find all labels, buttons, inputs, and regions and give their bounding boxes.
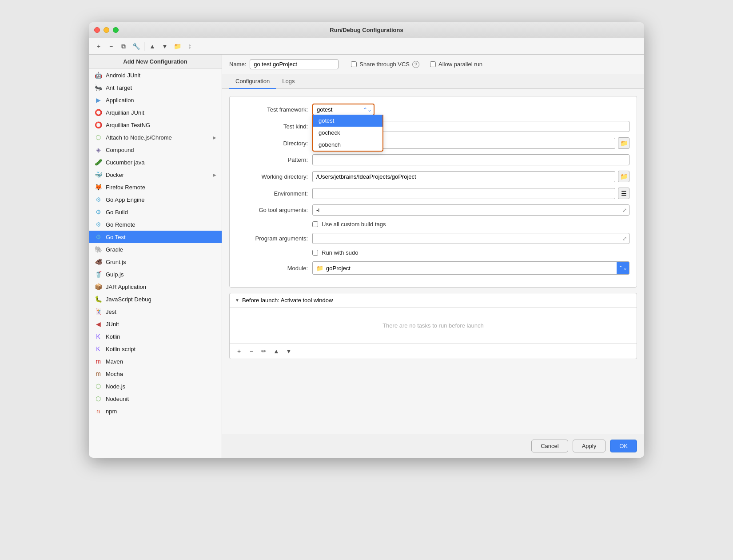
sidebar-label-go-test: Go Test — [106, 234, 216, 240]
minimize-button[interactable] — [104, 27, 109, 33]
main-content: Add New Configuration 🤖Android JUnit🐜Ant… — [89, 55, 644, 458]
sidebar-item-nodeunit[interactable]: ⬡Nodeunit — [89, 392, 222, 405]
settings-button[interactable]: 🔧 — [131, 41, 141, 52]
custom-build-tags-label: Use all custom build tags — [322, 221, 386, 228]
ok-button[interactable]: OK — [610, 440, 637, 452]
sidebar-item-jest[interactable]: 🃏Jest — [89, 305, 222, 318]
sidebar-item-compound[interactable]: ◈Compound — [89, 144, 222, 156]
sidebar-list: 🤖Android JUnit🐜Ant Target▶Application⭕Ar… — [89, 69, 222, 458]
main-config-section: Test framework: gotest gocheck gobench ⌃… — [229, 96, 637, 288]
folder-button[interactable]: 📁 — [172, 41, 183, 52]
test-framework-select[interactable]: gotest gocheck gobench — [312, 104, 374, 116]
main-window: Run/Debug Configurations + − ⧉ 🔧 ▲ ▼ 📁 ↕ — [89, 22, 644, 458]
sidebar-item-kotlin[interactable]: KKotlin — [89, 330, 222, 343]
sidebar-item-mocha[interactable]: mMocha — [89, 368, 222, 380]
sidebar-item-firefox-remote[interactable]: 🦊Firefox Remote — [89, 181, 222, 193]
down-arrow-icon: ▼ — [162, 43, 168, 50]
sidebar-item-junit[interactable]: ◀JUnit — [89, 318, 222, 330]
sidebar-label-kotlin-script: Kotlin script — [106, 346, 216, 352]
sidebar-item-attach-nodejs[interactable]: ⬡Attach to Node.js/Chrome▶ — [89, 131, 222, 144]
working-dir-browse-button[interactable]: 📁 — [618, 171, 629, 182]
tab-configuration[interactable]: Configuration — [229, 74, 276, 89]
sidebar-item-ant-target[interactable]: 🐜Ant Target — [89, 81, 222, 94]
sidebar-item-nodejs[interactable]: ⬡Node.js — [89, 380, 222, 392]
sidebar-icon-junit: ◀ — [94, 320, 102, 328]
sort-button[interactable]: ↕ — [184, 41, 195, 52]
pattern-input[interactable] — [312, 154, 629, 165]
sidebar-label-arquillian-testng: Arquillian TestNG — [106, 122, 216, 128]
tab-logs[interactable]: Logs — [276, 74, 301, 89]
sidebar-icon-gradle: 🐘 — [94, 245, 102, 253]
copy-config-button[interactable]: ⧉ — [118, 41, 129, 52]
sidebar-item-go-build[interactable]: ⚙Go Build — [89, 206, 222, 218]
sidebar-item-npm[interactable]: nnpm — [89, 405, 222, 417]
sidebar-item-gulp-js[interactable]: 🥤Gulp.js — [89, 268, 222, 280]
sidebar-item-kotlin-script[interactable]: KKotlin script — [89, 343, 222, 355]
sidebar-icon-nodejs: ⬡ — [94, 382, 102, 390]
sidebar-label-nodejs: Node.js — [106, 383, 216, 390]
working-directory-input[interactable] — [312, 171, 615, 182]
before-launch-add-button[interactable]: + — [234, 346, 244, 356]
sidebar-item-go-remote[interactable]: ⚙Go Remote — [89, 218, 222, 231]
before-launch-down-button[interactable]: ▼ — [284, 346, 294, 356]
dropdown-option-gobench[interactable]: gobench — [313, 139, 382, 151]
test-framework-popup: gotest gocheck gobench — [312, 115, 383, 152]
sidebar-item-go-app-engine[interactable]: ⚙Go App Engine — [89, 193, 222, 206]
move-up-button[interactable]: ▲ — [147, 41, 158, 52]
sidebar-item-application[interactable]: ▶Application — [89, 94, 222, 106]
remove-config-button[interactable]: − — [106, 41, 116, 52]
sidebar-label-maven: Maven — [106, 358, 216, 365]
sidebar-icon-go-build: ⚙ — [94, 208, 102, 216]
environment-control: ☰ — [312, 188, 629, 199]
sidebar-item-docker[interactable]: 🐳Docker▶ — [89, 168, 222, 181]
working-directory-control: 📁 — [312, 171, 629, 182]
sidebar-item-arquillian-testng[interactable]: ⭕Arquillian TestNG — [89, 119, 222, 131]
move-down-button[interactable]: ▼ — [159, 41, 170, 52]
sidebar-label-docker: Docker — [106, 172, 209, 178]
sidebar-item-grunt-js[interactable]: 🐗Grunt.js — [89, 256, 222, 268]
go-tool-args-input[interactable] — [312, 204, 629, 216]
sidebar-item-go-test[interactable]: ⚙Go Test — [89, 231, 222, 243]
sidebar-item-android-junit[interactable]: 🤖Android JUnit — [89, 69, 222, 81]
module-dropdown-arrow-icon[interactable]: ⌃⌄ — [617, 262, 629, 274]
sidebar-item-gradle[interactable]: 🐘Gradle — [89, 243, 222, 256]
expand-icon[interactable]: ⤢ — [622, 207, 627, 213]
share-vcs-checkbox[interactable] — [351, 61, 357, 67]
program-args-input[interactable] — [312, 233, 629, 244]
allow-parallel-checkbox[interactable] — [430, 61, 436, 67]
before-launch-remove-button[interactable]: − — [247, 346, 256, 356]
maximize-button[interactable] — [113, 27, 119, 33]
add-config-button[interactable]: + — [93, 41, 104, 52]
sidebar-label-npm: npm — [106, 408, 216, 415]
sort-icon: ↕ — [188, 42, 191, 50]
name-input[interactable] — [250, 59, 339, 69]
module-dropdown[interactable]: 📁 goProject ⌃⌄ — [312, 261, 629, 275]
apply-button[interactable]: Apply — [573, 440, 606, 452]
sidebar-label-kotlin: Kotlin — [106, 333, 216, 340]
sidebar-label-android-junit: Android JUnit — [106, 72, 216, 79]
sidebar-item-maven[interactable]: mMaven — [89, 355, 222, 368]
close-button[interactable] — [94, 27, 100, 33]
before-launch-edit-button[interactable]: ✏ — [259, 346, 269, 356]
sidebar-item-cucumber-java[interactable]: 🥒Cucumber java — [89, 156, 222, 168]
dropdown-option-gocheck[interactable]: gocheck — [313, 127, 382, 139]
sidebar-item-javascript-debug[interactable]: 🐛JavaScript Debug — [89, 293, 222, 305]
environment-input[interactable] — [312, 188, 615, 199]
help-icon[interactable]: ? — [412, 61, 419, 68]
before-launch-up-button[interactable]: ▲ — [271, 346, 281, 356]
dropdown-option-gotest[interactable]: gotest — [313, 115, 382, 127]
custom-build-tags-checkbox[interactable] — [312, 221, 318, 227]
cancel-button[interactable]: Cancel — [531, 440, 568, 452]
sidebar-item-arquillian-junit[interactable]: ⭕Arquillian JUnit — [89, 106, 222, 119]
sidebar-icon-javascript-debug: 🐛 — [94, 295, 102, 303]
before-launch-header[interactable]: ▼ Before launch: Activate tool window — [230, 293, 637, 308]
program-args-expand-icon[interactable]: ⤢ — [622, 236, 627, 242]
directory-browse-button[interactable]: 📁 — [618, 137, 629, 149]
environment-edit-button[interactable]: ☰ — [618, 188, 629, 199]
sidebar-label-attach-nodejs: Attach to Node.js/Chrome — [106, 134, 209, 141]
tabs-bar: Configuration Logs — [222, 74, 644, 89]
sidebar-icon-ant-target: 🐜 — [94, 84, 102, 92]
sidebar-item-jar-application[interactable]: 📦JAR Application — [89, 280, 222, 293]
toolbar: + − ⧉ 🔧 ▲ ▼ 📁 ↕ — [89, 38, 644, 55]
run-with-sudo-checkbox[interactable] — [312, 250, 318, 256]
